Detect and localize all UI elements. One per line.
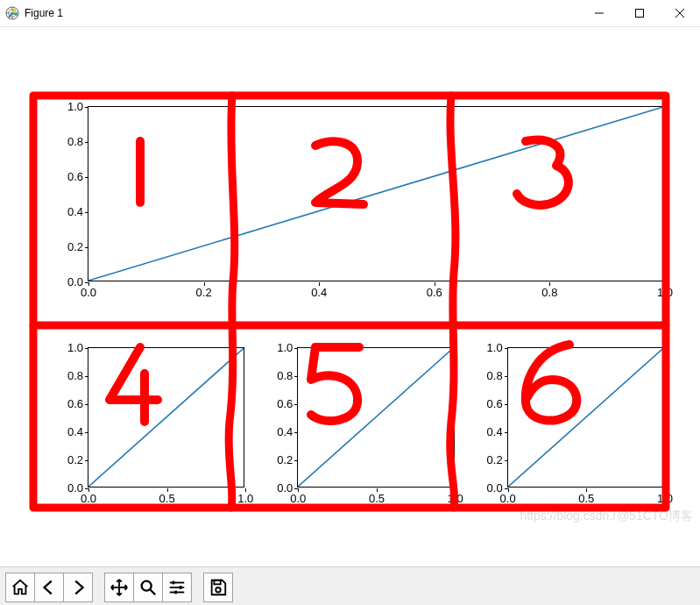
axis-ytick-label: 0.4 bbox=[263, 425, 293, 438]
home-icon bbox=[11, 578, 30, 597]
svg-line-9 bbox=[88, 348, 244, 487]
subplot-bottom-left: 0.00.20.40.60.81.00.00.51.0 bbox=[88, 347, 244, 488]
subplot-bottom-right: 0.00.20.40.60.81.00.00.51.0 bbox=[507, 347, 664, 488]
subplot-bottom-middle: 0.00.20.40.60.81.00.00.51.0 bbox=[297, 347, 454, 488]
toolbar-save-button[interactable] bbox=[203, 573, 233, 602]
axis-xtick-label: 0.4 bbox=[306, 286, 332, 299]
axis-ytick-label: 1.0 bbox=[53, 100, 83, 113]
svg-rect-21 bbox=[174, 590, 177, 594]
sliders-icon bbox=[167, 578, 187, 597]
toolbar-configure-subplots-button[interactable] bbox=[162, 573, 192, 602]
axis-ytick-label: 0.8 bbox=[263, 369, 293, 382]
window-title: Figure 1 bbox=[25, 7, 63, 19]
axis-xtick-label: 0.5 bbox=[364, 492, 390, 505]
arrow-left-icon bbox=[39, 578, 59, 597]
axis-ytick-label: 0.2 bbox=[473, 453, 503, 466]
axis-xtick-label: 0.0 bbox=[75, 492, 102, 505]
svg-point-23 bbox=[216, 587, 221, 593]
axis-ytick-label: 0.4 bbox=[53, 205, 83, 218]
window-titlebar: Figure 1 bbox=[0, 0, 700, 27]
axis-xtick-label: 1.0 bbox=[652, 286, 678, 299]
svg-line-8 bbox=[88, 107, 663, 281]
floppy-disk-icon bbox=[209, 578, 228, 597]
matplotlib-toolbar bbox=[0, 566, 700, 605]
svg-line-11 bbox=[508, 348, 663, 487]
axis-ytick-label: 0.2 bbox=[263, 453, 293, 466]
axis-ytick-label: 0.2 bbox=[53, 240, 83, 253]
axis-xtick-label: 0.0 bbox=[75, 286, 102, 299]
toolbar-back-button[interactable] bbox=[34, 573, 64, 602]
svg-rect-20 bbox=[180, 586, 182, 589]
axis-xtick-label: 0.2 bbox=[191, 286, 217, 299]
axis-xtick-label: 0.8 bbox=[536, 286, 562, 299]
magnifier-icon bbox=[138, 578, 158, 597]
axis-ytick-label: 0.8 bbox=[53, 135, 83, 148]
svg-rect-19 bbox=[173, 580, 175, 584]
axis-ytick-label: 1.0 bbox=[473, 341, 503, 354]
axis-ytick-label: 0.6 bbox=[53, 170, 83, 183]
axis-ytick-label: 0.6 bbox=[473, 397, 503, 410]
axis-xtick-label: 1.0 bbox=[442, 492, 469, 505]
toolbar-pan-button[interactable] bbox=[104, 573, 134, 602]
figure-canvas[interactable]: 0.00.20.40.60.81.00.00.20.40.60.81.0 0.0… bbox=[0, 27, 700, 566]
svg-rect-22 bbox=[214, 580, 220, 584]
axis-ytick-label: 0.6 bbox=[53, 397, 83, 410]
window-maximize-button[interactable] bbox=[619, 0, 660, 26]
svg-line-10 bbox=[298, 348, 453, 487]
window-minimize-button[interactable] bbox=[579, 0, 619, 26]
axis-xtick-label: 0.0 bbox=[495, 492, 521, 505]
toolbar-home-button[interactable] bbox=[5, 573, 35, 602]
matplotlib-app-icon bbox=[5, 6, 19, 20]
svg-point-14 bbox=[142, 580, 152, 590]
axis-ytick-label: 0.4 bbox=[473, 425, 503, 438]
subplot-top: 0.00.20.40.60.81.00.00.20.40.60.81.0 bbox=[88, 106, 664, 281]
axis-ytick-label: 0.2 bbox=[53, 453, 83, 466]
axis-xtick-label: 1.0 bbox=[232, 492, 258, 505]
window-close-button[interactable] bbox=[660, 0, 700, 26]
axis-xtick-label: 0.5 bbox=[573, 492, 599, 505]
svg-rect-5 bbox=[636, 10, 644, 18]
axis-xtick-label: 0.5 bbox=[154, 492, 180, 505]
axis-xtick-label: 1.0 bbox=[652, 492, 678, 505]
axis-ytick-label: 0.6 bbox=[263, 397, 293, 410]
toolbar-zoom-button[interactable] bbox=[133, 573, 163, 602]
axis-ytick-label: 1.0 bbox=[53, 341, 83, 354]
axis-ytick-label: 1.0 bbox=[263, 341, 293, 354]
move-icon bbox=[110, 578, 129, 597]
axis-xtick-label: 0.0 bbox=[285, 492, 311, 505]
axis-xtick-label: 0.6 bbox=[421, 286, 448, 299]
toolbar-forward-button[interactable] bbox=[63, 573, 93, 602]
axis-ytick-label: 0.4 bbox=[53, 425, 83, 438]
arrow-right-icon bbox=[68, 578, 88, 597]
axis-ytick-label: 0.8 bbox=[473, 369, 503, 382]
axis-ytick-label: 0.8 bbox=[53, 369, 83, 382]
svg-line-15 bbox=[151, 589, 156, 594]
